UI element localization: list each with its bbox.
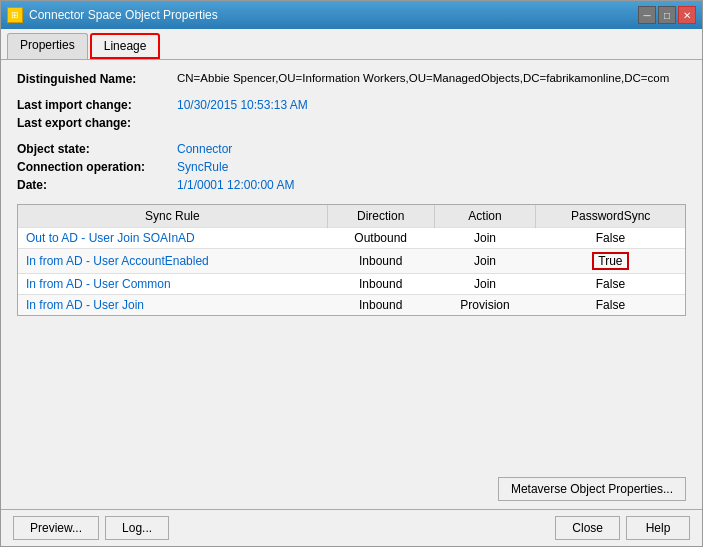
close-button[interactable]: ✕ <box>678 6 696 24</box>
cell-direction: Inbound <box>327 249 434 274</box>
last-import-value: 10/30/2015 10:53:13 AM <box>177 98 308 112</box>
tab-lineage[interactable]: Lineage <box>90 33 161 59</box>
cell-password-sync: True <box>536 249 685 274</box>
last-import-label: Last import change: <box>17 98 177 112</box>
table-header-row: Sync Rule Direction Action PasswordSync <box>18 205 685 228</box>
distinguished-name-label: Distinguished Name: <box>17 72 177 86</box>
connection-operation-value: SyncRule <box>177 160 228 174</box>
bottom-bar: Metaverse Object Properties... <box>1 473 702 509</box>
footer-left: Preview... Log... <box>13 516 169 540</box>
cell-action: Join <box>434 228 536 249</box>
object-state-row: Object state: Connector <box>17 142 686 156</box>
table-row: In from AD - User AccountEnabledInboundJ… <box>18 249 685 274</box>
title-bar: ⊞ Connector Space Object Properties ─ □ … <box>1 1 702 29</box>
date-value: 1/1/0001 12:00:00 AM <box>177 178 294 192</box>
table-row: Out to AD - User Join SOAInADOutboundJoi… <box>18 228 685 249</box>
cell-password-sync: False <box>536 295 685 316</box>
main-window: ⊞ Connector Space Object Properties ─ □ … <box>0 0 703 547</box>
footer-right: Close Help <box>555 516 690 540</box>
cell-action: Provision <box>434 295 536 316</box>
table-row: In from AD - User CommonInboundJoinFalse <box>18 274 685 295</box>
window-icon: ⊞ <box>7 7 23 23</box>
tab-bar: Properties Lineage <box>1 29 702 60</box>
last-export-label: Last export change: <box>17 116 177 130</box>
col-action: Action <box>434 205 536 228</box>
cell-password-sync: False <box>536 274 685 295</box>
sync-rules-table-container: Sync Rule Direction Action PasswordSync … <box>17 204 686 316</box>
cell-direction: Outbound <box>327 228 434 249</box>
cell-sync-rule: In from AD - User Common <box>18 274 327 295</box>
tab-properties[interactable]: Properties <box>7 33 88 59</box>
metaverse-properties-button[interactable]: Metaverse Object Properties... <box>498 477 686 501</box>
col-password-sync: PasswordSync <box>536 205 685 228</box>
distinguished-name-value: CN=Abbie Spencer,OU=Information Workers,… <box>177 72 669 84</box>
col-direction: Direction <box>327 205 434 228</box>
col-sync-rule: Sync Rule <box>18 205 327 228</box>
preview-button[interactable]: Preview... <box>13 516 99 540</box>
cell-direction: Inbound <box>327 274 434 295</box>
last-import-row: Last import change: 10/30/2015 10:53:13 … <box>17 98 686 112</box>
table-row: In from AD - User JoinInboundProvisionFa… <box>18 295 685 316</box>
help-button[interactable]: Help <box>626 516 690 540</box>
cell-action: Join <box>434 274 536 295</box>
connection-operation-label: Connection operation: <box>17 160 177 174</box>
date-label: Date: <box>17 178 177 192</box>
cell-sync-rule: Out to AD - User Join SOAInAD <box>18 228 327 249</box>
cell-password-sync: False <box>536 228 685 249</box>
last-export-row: Last export change: <box>17 116 686 130</box>
sync-rules-table: Sync Rule Direction Action PasswordSync … <box>18 205 685 315</box>
cell-sync-rule: In from AD - User AccountEnabled <box>18 249 327 274</box>
maximize-button[interactable]: □ <box>658 6 676 24</box>
window-title: Connector Space Object Properties <box>29 8 218 22</box>
connection-operation-row: Connection operation: SyncRule <box>17 160 686 174</box>
object-state-value: Connector <box>177 142 232 156</box>
minimize-button[interactable]: ─ <box>638 6 656 24</box>
close-dialog-button[interactable]: Close <box>555 516 620 540</box>
content-area: Distinguished Name: CN=Abbie Spencer,OU=… <box>1 60 702 473</box>
title-bar-left: ⊞ Connector Space Object Properties <box>7 7 218 23</box>
log-button[interactable]: Log... <box>105 516 169 540</box>
distinguished-name-row: Distinguished Name: CN=Abbie Spencer,OU=… <box>17 72 686 86</box>
object-state-label: Object state: <box>17 142 177 156</box>
title-buttons: ─ □ ✕ <box>638 6 696 24</box>
cell-direction: Inbound <box>327 295 434 316</box>
cell-sync-rule: In from AD - User Join <box>18 295 327 316</box>
date-row: Date: 1/1/0001 12:00:00 AM <box>17 178 686 192</box>
footer: Preview... Log... Close Help <box>1 509 702 546</box>
cell-action: Join <box>434 249 536 274</box>
